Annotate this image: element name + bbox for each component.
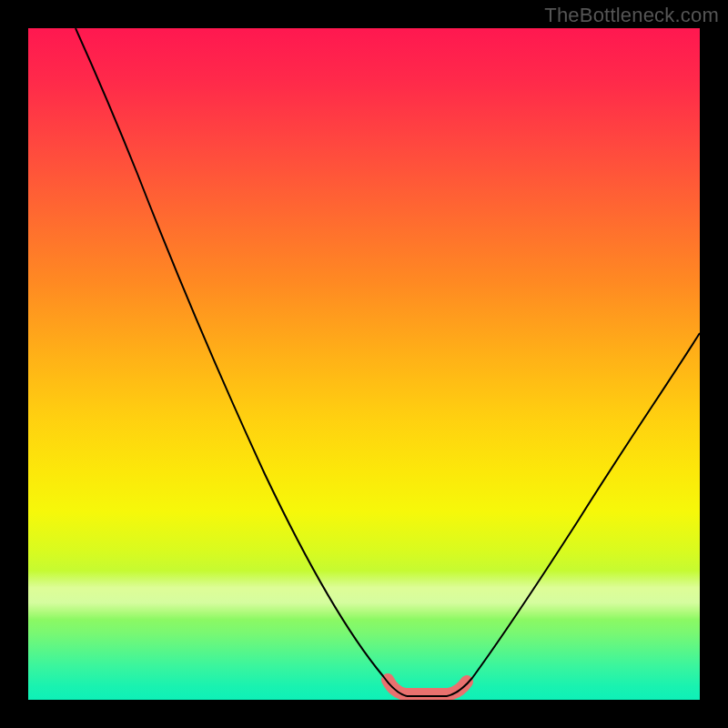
chart-frame: TheBottleneck.com <box>0 0 728 728</box>
left-curve <box>76 28 407 696</box>
right-curve <box>447 333 700 696</box>
watermark-text: TheBottleneck.com <box>544 4 719 27</box>
plot-area <box>28 28 700 700</box>
curve-layer <box>28 28 700 700</box>
